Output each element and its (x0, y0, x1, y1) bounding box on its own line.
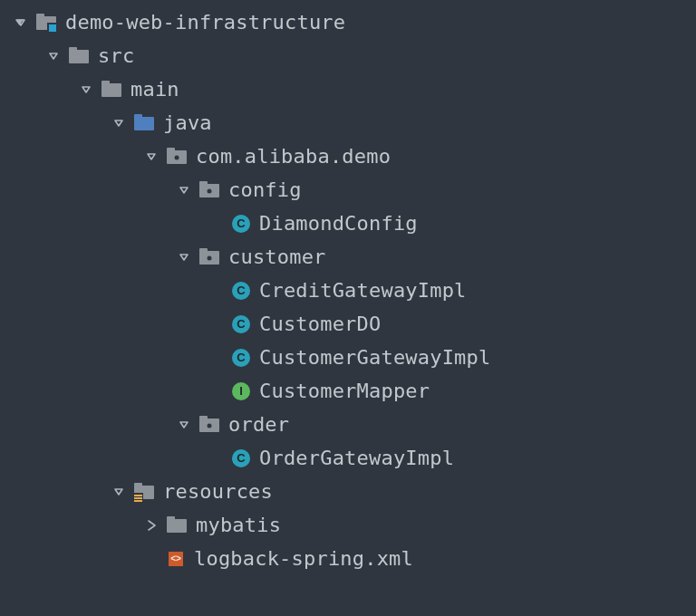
class-icon: C (232, 449, 250, 467)
tree-label: resources (163, 480, 273, 503)
chevron-down-icon[interactable] (44, 46, 63, 66)
xml-file-icon: <> (167, 550, 185, 568)
folder-icon (69, 47, 89, 64)
tree-row-order[interactable]: order (0, 408, 696, 441)
chevron-down-icon[interactable] (174, 247, 194, 267)
tree-row-file[interactable]: <> logback-spring.xml (0, 542, 696, 575)
chevron-down-icon[interactable] (141, 147, 161, 167)
tree-row-class[interactable]: C DiamondConfig (0, 207, 696, 240)
tree-row-java[interactable]: java (0, 106, 696, 140)
resources-folder-icon (134, 483, 154, 500)
tree-label: com.alibaba.demo (196, 145, 391, 168)
project-tree: demo-web-infrastructure src main java (0, 0, 696, 575)
tree-row-customer[interactable]: customer (0, 240, 696, 274)
source-folder-icon (134, 114, 154, 131)
class-icon: C (232, 349, 250, 367)
tree-label: mybatis (196, 514, 281, 536)
package-icon (167, 148, 187, 165)
tree-row-mybatis[interactable]: mybatis (0, 508, 696, 542)
tree-label: CreditGatewayImpl (259, 279, 467, 302)
folder-icon (167, 516, 187, 534)
package-icon (199, 181, 219, 198)
chevron-right-icon[interactable] (141, 515, 161, 535)
package-icon (199, 248, 219, 265)
tree-label: main (130, 78, 179, 101)
chevron-down-icon[interactable] (76, 80, 96, 100)
tree-label: demo-web-infrastructure (65, 11, 345, 34)
tree-label: java (163, 111, 212, 134)
tree-row-class[interactable]: C OrderGatewayImpl (0, 441, 696, 475)
tree-label: config (228, 178, 302, 201)
tree-row-class[interactable]: C CreditGatewayImpl (0, 274, 696, 307)
class-icon: C (232, 215, 250, 233)
chevron-down-icon[interactable] (174, 415, 194, 435)
tree-row-resources[interactable]: resources (0, 475, 696, 508)
tree-label: CustomerGatewayImpl (259, 346, 490, 369)
tree-row-main[interactable]: main (0, 72, 696, 106)
tree-label: order (228, 413, 289, 436)
module-folder-icon (36, 14, 56, 31)
chevron-down-icon[interactable] (174, 180, 194, 200)
interface-icon: I (232, 382, 250, 400)
tree-row-src[interactable]: src (0, 39, 696, 72)
tree-label: DiamondConfig (259, 212, 418, 235)
tree-row-root[interactable]: demo-web-infrastructure (0, 5, 696, 39)
tree-label: CustomerDO (259, 313, 381, 335)
tree-label: src (98, 44, 134, 67)
tree-row-class[interactable]: C CustomerDO (0, 307, 696, 341)
tree-label: logback-spring.xml (194, 547, 413, 570)
tree-row-class[interactable]: C CustomerGatewayImpl (0, 341, 696, 374)
tree-row-interface[interactable]: I CustomerMapper (0, 374, 696, 408)
tree-row-package-root[interactable]: com.alibaba.demo (0, 140, 696, 173)
chevron-down-icon[interactable] (109, 482, 129, 502)
tree-label: OrderGatewayImpl (259, 447, 454, 469)
class-icon: C (232, 282, 250, 300)
chevron-down-icon[interactable] (11, 13, 31, 33)
tree-label: customer (228, 245, 326, 268)
tree-label: CustomerMapper (259, 380, 430, 402)
class-icon: C (232, 315, 250, 333)
package-icon (199, 416, 219, 433)
tree-row-config[interactable]: config (0, 173, 696, 207)
folder-icon (102, 81, 121, 98)
chevron-down-icon[interactable] (109, 113, 129, 133)
